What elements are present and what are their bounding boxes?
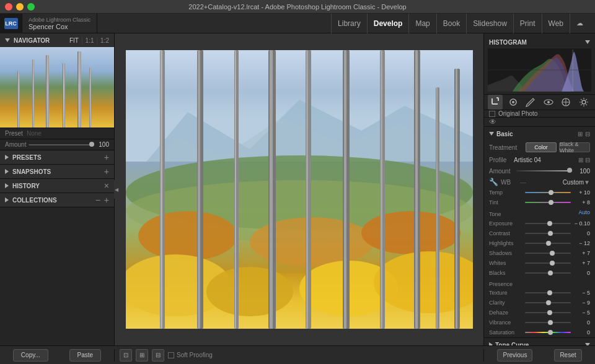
preset-slider-track[interactable]: [29, 144, 94, 145]
tone-curve-header[interactable]: Tone Curve: [484, 338, 595, 345]
svg-point-8: [361, 211, 461, 254]
contrast-slider[interactable]: [525, 233, 571, 234]
zoom-1to1[interactable]: 1:1: [86, 37, 94, 44]
close-button[interactable]: [5, 3, 12, 11]
shadows-slider[interactable]: [525, 253, 571, 254]
left-bottom-bar: Copy... Paste: [0, 349, 115, 362]
minimize-button[interactable]: [16, 3, 24, 11]
nav-links: Library Develop Map Book Slideshow Print…: [97, 14, 595, 33]
presets-add-btn[interactable]: +: [104, 153, 109, 162]
presence-section-header: Presence: [484, 278, 595, 288]
vibrance-slider[interactable]: [525, 322, 571, 323]
collections-remove-btn[interactable]: −: [95, 196, 100, 204]
nav-web[interactable]: Web: [542, 14, 570, 33]
blacks-row: Blacks 0: [484, 268, 595, 278]
snapshots-collapse-icon: [5, 169, 9, 174]
history-header[interactable]: History ×: [0, 179, 114, 193]
crop-tool[interactable]: [488, 95, 503, 110]
svg-point-38: [512, 101, 514, 103]
reset-button[interactable]: Reset: [554, 349, 581, 362]
tint-slider[interactable]: [525, 202, 571, 203]
saturation-slider[interactable]: [525, 332, 571, 333]
wb-dropdown-icon[interactable]: ▼: [584, 179, 590, 186]
snapshots-add-btn[interactable]: +: [104, 167, 109, 176]
treatment-row: Treatment Color Black & White: [484, 141, 595, 154]
previous-button[interactable]: Previous: [497, 349, 532, 362]
presets-header[interactable]: Presets +: [0, 150, 114, 164]
nav-print[interactable]: Print: [514, 14, 542, 33]
left-panel-collapse-btn[interactable]: ◀: [114, 180, 119, 199]
main-photo-container: [126, 50, 473, 329]
masking-tool[interactable]: [558, 95, 573, 110]
histogram-header[interactable]: Histogram: [484, 36, 595, 48]
profile-dropdown-icon[interactable]: ⊟: [585, 157, 590, 163]
amount-slider[interactable]: [516, 170, 572, 171]
brush-tool[interactable]: [523, 95, 538, 110]
basic-header[interactable]: Basic ⊞ ⊟: [484, 127, 595, 141]
copy-button[interactable]: Copy...: [13, 349, 48, 362]
view-survey-btn[interactable]: ⊟: [152, 349, 164, 362]
basic-icon2[interactable]: ⊟: [585, 131, 590, 137]
texture-slider[interactable]: [525, 292, 571, 293]
tools-row: [484, 95, 595, 110]
temp-row: Temp + 10: [484, 188, 595, 197]
profile-grid-icon[interactable]: ⊞: [578, 157, 583, 163]
temp-slider[interactable]: [525, 192, 571, 193]
maximize-button[interactable]: [27, 3, 35, 11]
soft-proofing-label: Soft Proofing: [177, 352, 213, 358]
exposure-slider[interactable]: [525, 223, 571, 224]
spot-removal-tool[interactable]: [506, 95, 521, 110]
color-treatment-btn[interactable]: Color: [526, 142, 557, 152]
bw-treatment-btn[interactable]: Black & White: [559, 142, 590, 152]
collections-add-btn[interactable]: +: [104, 196, 109, 204]
nav-book[interactable]: Book: [437, 14, 467, 33]
history-clear-btn[interactable]: ×: [104, 181, 109, 190]
snapshots-header[interactable]: Snapshots +: [0, 165, 114, 178]
red-eye-tool[interactable]: [541, 95, 556, 110]
cloud-icon[interactable]: ☁: [570, 14, 589, 33]
contrast-value: 0: [573, 230, 590, 236]
highlights-value: − 12: [573, 240, 590, 246]
nav-slideshow[interactable]: Slideshow: [467, 14, 514, 33]
blacks-label: Blacks: [489, 270, 523, 276]
highlights-slider[interactable]: [525, 243, 571, 244]
svg-rect-29: [415, 50, 418, 329]
clarity-slider[interactable]: [525, 302, 571, 303]
nav-map[interactable]: Map: [409, 14, 436, 33]
original-photo-checkbox[interactable]: [489, 111, 495, 117]
wb-label: WB: [501, 179, 516, 186]
navigator-preview: [0, 47, 114, 128]
contrast-label: Contrast: [489, 230, 523, 236]
svg-point-42: [582, 100, 586, 104]
nav-library[interactable]: Library: [331, 14, 368, 33]
presets-label: Presets: [12, 154, 42, 161]
eye-icon[interactable]: 👁: [489, 118, 496, 126]
histogram-label: Histogram: [489, 39, 527, 46]
zoom-fit[interactable]: FIT: [69, 37, 79, 44]
amount-value-left: 100: [97, 141, 109, 148]
title-bar: 2022+Catalog-v12.lrcat - Adobe Photoshop…: [0, 0, 595, 14]
whites-slider[interactable]: [525, 262, 571, 264]
shadows-label: Shadows: [489, 250, 523, 256]
history-collapse-icon: [5, 183, 9, 188]
settings-tool[interactable]: [576, 95, 591, 110]
paste-button[interactable]: Paste: [69, 349, 102, 362]
main-photo[interactable]: [126, 50, 473, 329]
navigator-label: Navigator: [14, 37, 50, 44]
basic-label: Basic: [496, 131, 513, 137]
dehaze-slider[interactable]: [525, 312, 571, 313]
view-single-btn[interactable]: ⊡: [120, 349, 132, 362]
basic-icon1[interactable]: ⊞: [578, 131, 583, 137]
tone-auto-btn[interactable]: Auto: [578, 209, 590, 218]
blacks-slider[interactable]: [525, 272, 571, 274]
nav-develop[interactable]: Develop: [368, 14, 410, 33]
whites-value: + 7: [573, 260, 590, 266]
collections-header[interactable]: Collections − +: [0, 193, 114, 207]
lrc-logo: LRC: [0, 14, 22, 33]
presets-collapse-icon: [5, 155, 9, 160]
zoom-1to2[interactable]: 1:2: [100, 37, 109, 44]
view-compare-btn[interactable]: ⊞: [136, 349, 148, 362]
wb-eyedropper-icon[interactable]: 🔧: [489, 178, 498, 186]
soft-proofing-checkbox[interactable]: [168, 352, 174, 358]
navigator-header[interactable]: Navigator FIT | 1:1 | 1:2: [0, 33, 114, 47]
